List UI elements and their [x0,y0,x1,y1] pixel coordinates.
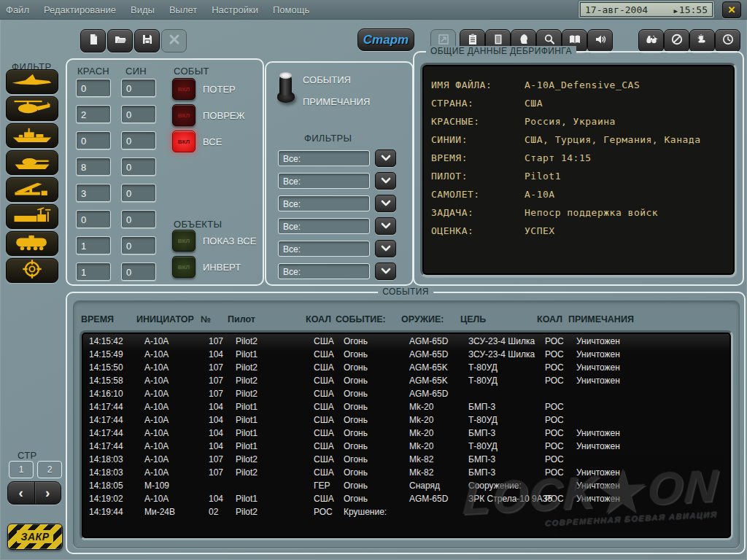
close-debrief-button[interactable]: ЗАКР [7,524,63,550]
table-cell: Mk-20 [409,440,468,453]
table-cell: Pilot2 [236,374,314,387]
table-row[interactable]: 14:17:44A-10A104Pilot1СШАОгоньMk-20Т-80У… [89,440,728,453]
helicopter-icon [11,98,53,120]
prohibit-button[interactable] [664,29,689,52]
chevron-down-icon[interactable] [375,262,396,280]
menu-item[interactable]: Помощь [273,4,309,15]
vkl-toggle-button[interactable]: ВКЛ [172,256,196,278]
view-button[interactable] [638,29,664,52]
chevron-down-icon[interactable] [375,195,396,212]
blue-counter-field[interactable]: 0 [121,236,156,254]
vkl-toggle-button[interactable]: ВКЛ [172,230,196,252]
debrief-field: СТРАНА:США [431,98,735,116]
table-row[interactable]: 14:16:10A-10A107Pilot2СШАОгоньAGM-65D [89,387,728,400]
blue-counter-field[interactable]: 0 [121,184,156,202]
table-row[interactable]: 14:17:44A-10A104Pilot1СШАОгоньMk-20БМП-3… [89,400,728,413]
time-button[interactable] [715,29,740,52]
filter-dropdown[interactable]: Все: [278,149,396,167]
filter-vehicle-button[interactable] [6,204,58,229]
filter-aircraft-button[interactable] [6,69,58,94]
field-label: ИМЯ ФАЙЛА: [431,79,525,90]
page-2-button[interactable]: 2 [37,461,62,478]
table-cell: A-10A [144,400,209,413]
table-cell: Уничтожен [576,427,728,440]
table-cell: Огонь [344,400,409,413]
table-row[interactable]: 14:18:03A-10A107Pilot2СШАОгоньMk-82БМП-3… [89,466,728,479]
filter-dropdown[interactable]: Все: [278,262,396,280]
menu-item[interactable]: Редактирование [44,4,116,15]
filter-dropdown[interactable]: Все: [278,195,396,212]
chevron-down-icon[interactable] [375,149,396,167]
filter-railcar-button[interactable] [6,231,58,256]
red-counter-field[interactable]: 0 [76,79,111,97]
vkl-toggle-button[interactable]: ВКЛ [172,78,196,100]
debrief-field: СИНИИ:США, Турция, Германия, Канада [431,134,735,152]
menu-item[interactable]: Виды [131,4,155,15]
red-counter-field[interactable]: 8 [76,158,111,176]
field-label: ЗАДАЧА: [431,207,525,218]
filter-helicopter-button[interactable] [6,96,58,121]
window-close-button[interactable]: ✕ [722,1,741,18]
red-counter-field[interactable]: 1 [76,236,111,254]
page-1-button[interactable]: 1 [9,461,34,478]
next-page-button[interactable]: › [35,482,61,504]
start-button[interactable]: Старт [357,28,414,51]
menu-item[interactable]: Файл [6,4,29,15]
vkl-toggle-button[interactable]: ВКЛ [172,104,196,126]
filter-air-defense-button[interactable] [6,177,58,202]
chevron-down-icon[interactable] [375,217,396,235]
table-row[interactable]: 14:18:03A-10A107Pilot2СШАОгоньMk-82БМП-3… [89,453,728,466]
table-row[interactable]: 14:17:44A-10A104Pilot1СШАОгоньMk-20БМП-3… [89,427,728,440]
new-file-button[interactable] [80,29,106,52]
blue-counter-field[interactable]: 0 [121,210,156,228]
menu-item[interactable]: Вылет [169,4,197,15]
vkl-toggle-button[interactable]: ВКЛ [172,131,196,152]
filter-dropdown[interactable]: Все: [278,240,396,257]
table-row[interactable]: 14:15:49A-10A104Pilot1СШАОгоньAGM-65DЗСУ… [89,348,728,361]
chevron-down-icon[interactable] [375,240,396,257]
play-icon: ▶ [673,7,677,15]
mode-switch-lever[interactable] [276,72,295,103]
table-cell: Огонь [344,479,409,492]
red-counter-field[interactable]: 0 [76,210,111,228]
filter-ship-button[interactable] [6,123,58,148]
table-row[interactable]: 14:17:44A-10A104Pilot1СШАОгоньMk-20Т-80У… [89,413,728,427]
chevron-down-icon[interactable] [375,172,396,190]
table-row[interactable]: 14:15:50A-10A107Pilot2СШАОгоньAGM-65KТ-8… [89,361,728,374]
blue-counter-field[interactable]: 0 [121,158,156,176]
table-row[interactable]: 14:19:44Ми-24В02Pilot2РОСКрушение: [89,505,728,518]
table-cell: Mk-82 [409,466,468,479]
table-cell: AGM-65K [409,361,468,374]
table-cell: РОС [545,413,576,427]
filter-target-button[interactable] [6,258,58,283]
table-row[interactable]: 14:19:02A-10A104Pilot1СШАОгоньAGM-65DЗРК… [89,492,728,505]
blue-counter-field[interactable]: 0 [121,79,156,97]
filter-armor-button[interactable] [6,150,58,175]
field-label: КРАСНЫЕ: [431,116,525,127]
table-row[interactable]: 14:15:58A-10A107Pilot2СШАОгоньAGM-65KТ-8… [89,374,728,387]
table-cell: A-10A [144,492,209,505]
sound-button[interactable] [587,29,613,52]
blue-counter-field[interactable]: 0 [121,131,156,149]
blue-counter-field[interactable]: 0 [121,262,156,281]
prev-page-button[interactable]: ‹ [8,482,35,504]
weather-button[interactable] [689,29,715,52]
red-counter-field[interactable]: 3 [76,184,111,202]
table-cell: Уничтожен [576,492,728,505]
red-counter-column: 02083011 [76,79,111,281]
table-cell: Т-80УД [468,413,545,427]
toggle-label: ПОКАЗ ВСЕ [203,236,256,246]
red-counter-field[interactable]: 0 [76,131,111,149]
save-button[interactable] [134,29,160,52]
filter-dropdown[interactable]: Все: [278,217,396,235]
blue-counter-field[interactable]: 0 [121,105,156,123]
red-counter-field[interactable]: 2 [76,105,111,123]
filter-dropdown[interactable]: Все: [278,172,396,190]
table-row[interactable]: 14:15:42A-10A107Pilot2СШАОгоньAGM-65DЗСУ… [89,335,728,348]
table-cell: 107 [209,374,236,387]
table-cell: Крушение: [344,505,409,518]
table-row[interactable]: 14:18:05М-109ГЕРОгоньСнарядСооружение:Ун… [89,479,728,492]
menu-item[interactable]: Настройки [212,4,258,15]
red-counter-field[interactable]: 1 [76,262,111,281]
open-file-button[interactable] [107,29,133,52]
